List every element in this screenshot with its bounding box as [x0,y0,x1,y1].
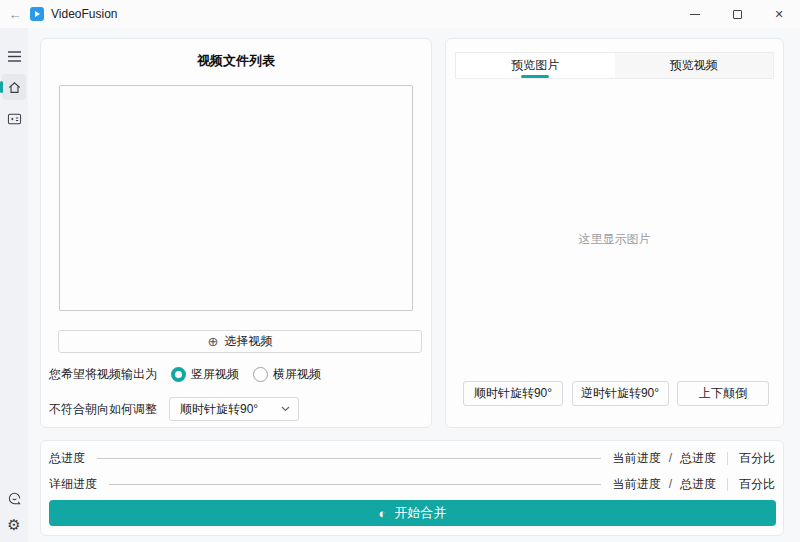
select-video-label: 选择视频 [224,333,272,350]
titlebar: ← VideoFusion ✕ [0,0,800,28]
total-progress-text: 总进度 [680,450,716,467]
active-tab-indicator [521,75,549,78]
preview-placeholder-text: 这里显示图片 [446,231,783,248]
total-progress-row: 总进度 当前进度 / 总进度 百分比 [49,450,775,466]
menu-button[interactable] [2,43,26,69]
video-file-listbox[interactable] [59,85,413,311]
app-window: ← VideoFusion ✕ [0,0,800,542]
sidebar-item-video-tool[interactable] [2,106,26,132]
back-button[interactable]: ← [0,7,30,22]
current-progress-text: 当前进度 [613,476,661,493]
rotation-dropdown[interactable]: 顺时针旋转90° [169,397,299,421]
start-circle-icon: ◐ [379,507,387,520]
tab-preview-image-label: 预览图片 [511,57,559,74]
radio-landscape-label: 横屏视频 [273,366,321,383]
settings-button[interactable]: ⚙ [2,511,26,537]
total-progress-bar [97,458,601,459]
radio-portrait-label: 竖屏视频 [191,366,239,383]
gear-icon: ⚙ [7,517,20,532]
app-title: VideoFusion [51,7,118,21]
detail-progress-values: 当前进度 / 总进度 百分比 [613,476,775,493]
vertical-divider [727,478,728,491]
rotation-dropdown-value: 顺时针旋转90° [180,401,258,418]
radio-portrait-control[interactable] [171,367,186,382]
app-logo-icon [30,7,44,21]
feedback-button[interactable] [2,485,26,511]
plus-circle-icon: ⊕ [208,334,219,349]
rotate-ccw-button[interactable]: 逆时针旋转90° [572,381,669,406]
back-icon: ← [9,7,22,22]
side-rail: ⚙ [0,28,28,542]
vertical-divider [727,452,728,465]
percent-text: 百分比 [739,476,775,493]
tab-preview-video-label: 预览视频 [670,57,718,74]
detail-progress-bar [109,484,601,485]
radio-landscape-control[interactable] [253,367,268,382]
current-progress-text: 当前进度 [613,450,661,467]
total-progress-text: 总进度 [680,476,716,493]
radio-portrait[interactable]: 竖屏视频 [171,366,239,383]
progress-panel: 总进度 当前进度 / 总进度 百分比 详细进度 当前进度 / 总进度 百分比 ◐ [40,440,784,536]
sidebar-item-home[interactable] [2,74,26,100]
minimize-button[interactable] [674,0,716,28]
select-video-button[interactable]: ⊕ 选择视频 [58,330,422,353]
preview-panel: 预览图片 预览视频 这里显示图片 顺时针旋转90° 逆时针旋转90° 上下颠倒 [445,38,784,428]
total-progress-label: 总进度 [49,450,85,467]
window-controls: ✕ [674,0,800,28]
rotate-cw-button[interactable]: 顺时针旋转90° [463,381,563,406]
panel-title: 视频文件列表 [41,52,431,70]
maximize-button[interactable] [716,0,758,28]
home-icon [7,80,22,95]
tab-preview-video[interactable]: 预览视频 [615,53,774,78]
detail-progress-row: 详细进度 当前进度 / 总进度 百分比 [49,476,775,492]
output-orientation-row: 您希望将视频输出为 竖屏视频 横屏视频 [49,366,423,383]
flip-vertical-button[interactable]: 上下颠倒 [677,381,769,406]
hamburger-icon [7,50,22,63]
minimize-icon [690,14,700,15]
output-question-label: 您希望将视频输出为 [49,366,157,383]
orientation-adjust-row: 不符合朝向如何调整 顺时针旋转90° [49,397,423,421]
chevron-down-icon [281,406,290,412]
total-progress-values: 当前进度 / 总进度 百分比 [613,450,775,467]
video-list-panel: 视频文件列表 ⊕ 选择视频 您希望将视频输出为 竖屏视频 横屏视频 不符合朝向如… [40,38,432,428]
tab-preview-image[interactable]: 预览图片 [456,53,615,78]
percent-text: 百分比 [739,450,775,467]
feedback-icon [7,491,22,506]
start-merge-button[interactable]: ◐ 开始合并 [49,500,776,526]
maximize-icon [733,10,742,19]
preview-tabbar: 预览图片 预览视频 [455,52,774,79]
close-icon: ✕ [774,8,783,21]
slash-separator: / [669,477,672,491]
video-tool-icon [7,112,22,126]
detail-progress-label: 详细进度 [49,476,97,493]
preview-action-row: 顺时针旋转90° 逆时针旋转90° 上下颠倒 [463,381,769,406]
close-button[interactable]: ✕ [758,0,800,28]
start-merge-label: 开始合并 [394,504,446,522]
radio-landscape[interactable]: 横屏视频 [253,366,321,383]
orientation-question-label: 不符合朝向如何调整 [49,401,157,418]
slash-separator: / [669,451,672,465]
